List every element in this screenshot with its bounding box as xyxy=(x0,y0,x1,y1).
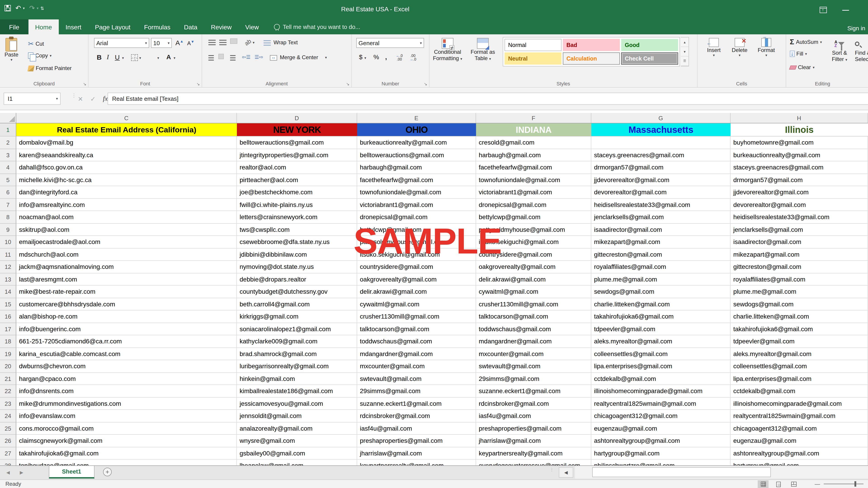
borders-icon[interactable] xyxy=(131,54,138,61)
copy-button[interactable]: Copy ▾ xyxy=(28,53,52,59)
cell-D23[interactable]: jessicamovesyou@gmail.com xyxy=(237,397,357,410)
cell-H27[interactable]: ashtonrealtygroup@gmail.com xyxy=(731,447,868,459)
cell-style-bad[interactable]: Bad xyxy=(563,39,620,51)
cell-E21[interactable]: swtevault@gmail.com xyxy=(357,372,476,385)
cell-G8[interactable]: jenclarksells@gmail.com xyxy=(591,211,731,223)
gallery-more-icon[interactable]: ☰ xyxy=(681,57,688,66)
formula-bar-splitter[interactable]: ⋮ xyxy=(71,94,76,103)
cell-E6[interactable]: townofuniondale@gmail.com xyxy=(357,186,476,199)
tab-data[interactable]: Data xyxy=(177,20,204,34)
cell-E2[interactable]: burkeauctionrealty@gmail.com xyxy=(357,136,476,149)
cell-D1[interactable]: NEW YORK xyxy=(237,123,357,136)
cell-G14[interactable]: sewdogs@gmail.com xyxy=(591,286,731,298)
horizontal-scrollbar[interactable] xyxy=(575,466,868,479)
format-cells-button[interactable]: ↔ Format ▾ xyxy=(754,38,779,57)
borders-dropdown-icon[interactable]: ▾ xyxy=(139,56,141,60)
cell-E5[interactable]: facethefearfw@gmail.com xyxy=(357,174,476,186)
clipboard-dialog-launcher-icon[interactable]: ↘ xyxy=(83,82,86,86)
cell-C15[interactable]: customercare@bhhsdrysdale.com xyxy=(16,298,237,311)
cell-H26[interactable]: eugenzau@gmail.com xyxy=(731,435,868,447)
cell-H25[interactable]: chicagoagent312@gmail.com xyxy=(731,422,868,435)
autosum-button[interactable]: Σ AutoSum ▾ xyxy=(790,38,822,46)
cell-G20[interactable]: lipa.enterprises@gmail.com xyxy=(591,360,731,372)
cell-H16[interactable]: charlie.litteken@gmail.com xyxy=(731,311,868,323)
decrease-font-icon[interactable]: A▼ xyxy=(187,40,194,46)
increase-decimal-icon[interactable]: ←.0.00 xyxy=(396,54,403,61)
tab-insert[interactable]: Insert xyxy=(59,20,88,34)
cell-D8[interactable]: letters@crainsnewyork.com xyxy=(237,211,357,223)
format-painter-button[interactable]: Format Painter xyxy=(28,65,72,71)
cell-H21[interactable]: lipa.enterprises@gmail.com xyxy=(731,372,868,385)
merge-center-dropdown-icon[interactable]: ▾ xyxy=(325,56,327,60)
cell-F27[interactable]: keypartnersrealty@gmail.com xyxy=(476,447,591,459)
cell-F3[interactable]: harbaugh@gmail.com xyxy=(476,149,591,161)
cell-F7[interactable]: dronepicsal@gmail.com xyxy=(476,199,591,211)
row-number-10[interactable]: 10 xyxy=(0,236,16,248)
row-number-12[interactable]: 12 xyxy=(0,261,16,273)
cell-H24[interactable]: realtycentral1825wmain@gmail.com xyxy=(731,410,868,422)
page-layout-view-button[interactable] xyxy=(773,480,784,488)
row-number-27[interactable]: 27 xyxy=(0,447,16,459)
cell-C6[interactable]: dan@integrityford.ca xyxy=(16,186,237,199)
row-number-7[interactable]: 7 xyxy=(0,199,16,211)
cell-E1[interactable]: OHIO xyxy=(357,123,476,136)
insert-function-icon[interactable]: fx xyxy=(103,95,108,103)
cell-H1[interactable]: Illinois xyxy=(731,123,868,136)
cell-E22[interactable]: 29simms@gmail.com xyxy=(357,385,476,397)
underline-button[interactable]: U xyxy=(115,53,120,61)
font-size-combo[interactable]: 10▾ xyxy=(151,38,172,48)
tell-me-box[interactable]: Tell me what you want to do... xyxy=(274,20,360,34)
cell-D7[interactable]: fwill@ci.white-plains.ny.us xyxy=(237,199,357,211)
cell-G5[interactable]: jjdevorerealtor@gmail.com xyxy=(591,174,731,186)
cell-H13[interactable]: royalaffiliates@gmail.com xyxy=(731,273,868,286)
cell-E3[interactable]: belltowerauctions@gmail.com xyxy=(357,149,476,161)
tab-view[interactable]: View xyxy=(239,20,266,34)
merge-center-icon[interactable] xyxy=(270,55,277,61)
cell-F12[interactable]: oakgroverealty@gmail.com xyxy=(476,261,591,273)
cell-D5[interactable]: pirtteacher@aol.com xyxy=(237,174,357,186)
zoom-out-icon[interactable]: — xyxy=(815,481,820,487)
cell-E4[interactable]: harbaugh@gmail.com xyxy=(357,161,476,174)
cell-F15[interactable]: crusher1130mill@gmail.com xyxy=(476,298,591,311)
tab-scrollbar-splitter[interactable]: ⋮ xyxy=(550,468,554,471)
cell-G9[interactable]: isaadirector@gmail.com xyxy=(591,223,731,236)
cell-G4[interactable]: drmorgan57@gmail.com xyxy=(591,161,731,174)
conditional-formatting-button[interactable]: Conditional Formatting ▾ xyxy=(430,38,465,62)
cell-H7[interactable]: devorerealtor@gmail.com xyxy=(731,199,868,211)
cell-G1[interactable]: Massachusetts xyxy=(591,123,731,136)
cell-F6[interactable]: victoriabrant1@gmail.com xyxy=(476,186,591,199)
cell-C25[interactable]: cons.morocco@gmail.com xyxy=(16,422,237,435)
cell-D12[interactable]: nymoving@dot.state.ny.us xyxy=(237,261,357,273)
cell-C2[interactable]: dombalov@mail.bg xyxy=(16,136,237,149)
cell-C8[interactable]: noacman@aol.com xyxy=(16,211,237,223)
row-number-3[interactable]: 3 xyxy=(0,149,16,161)
align-middle-icon[interactable] xyxy=(219,40,226,45)
cell-E23[interactable]: suzanne.eckert1@gmail.com xyxy=(357,397,476,410)
cell-D20[interactable]: luribegarrisonrealty@gmail.com xyxy=(237,360,357,372)
number-format-combo[interactable]: General▾ xyxy=(356,38,424,48)
formula-input[interactable]: Real Estate email [Texas] xyxy=(107,93,868,105)
row-number-4[interactable]: 4 xyxy=(0,161,16,174)
cell-style-neutral[interactable]: Neutral xyxy=(504,53,561,65)
cell-F18[interactable]: mdangardner@gmail.com xyxy=(476,335,591,348)
align-top-icon[interactable] xyxy=(209,40,216,45)
cell-C11[interactable]: mdschurch@aol.com xyxy=(16,248,237,261)
cell-F13[interactable]: delir.akrawi@gmail.com xyxy=(476,273,591,286)
cancel-icon[interactable]: ✕ xyxy=(78,95,83,102)
row-number-16[interactable]: 16 xyxy=(0,311,16,323)
row-number-14[interactable]: 14 xyxy=(0,286,16,298)
cell-C13[interactable]: last@aresmgmt.com xyxy=(16,273,237,286)
cell-D17[interactable]: soniacarolinalopez1@gmail.com xyxy=(237,323,357,335)
cell-E19[interactable]: mdangardner@gmail.com xyxy=(357,348,476,360)
cell-D27[interactable]: gsbailey00@gmail.com xyxy=(237,447,357,459)
cell-H12[interactable]: gittecreston@gmail.com xyxy=(731,261,868,273)
cell-C20[interactable]: dwburns@chevron.com xyxy=(16,360,237,372)
cell-H2[interactable]: buyhometownre@gmail.com xyxy=(731,136,868,149)
name-box-dropdown-icon[interactable]: ▾ xyxy=(56,97,58,101)
cell-C27[interactable]: takahirofujioka6@gmail.com xyxy=(16,447,237,459)
clear-button[interactable]: Clear ▾ xyxy=(790,64,814,70)
cell-G24[interactable]: chicagoagent312@gmail.com xyxy=(591,410,731,422)
row-number-18[interactable]: 18 xyxy=(0,335,16,348)
tab-formulas[interactable]: Formulas xyxy=(137,20,177,34)
column-header-E[interactable]: E xyxy=(357,113,476,123)
